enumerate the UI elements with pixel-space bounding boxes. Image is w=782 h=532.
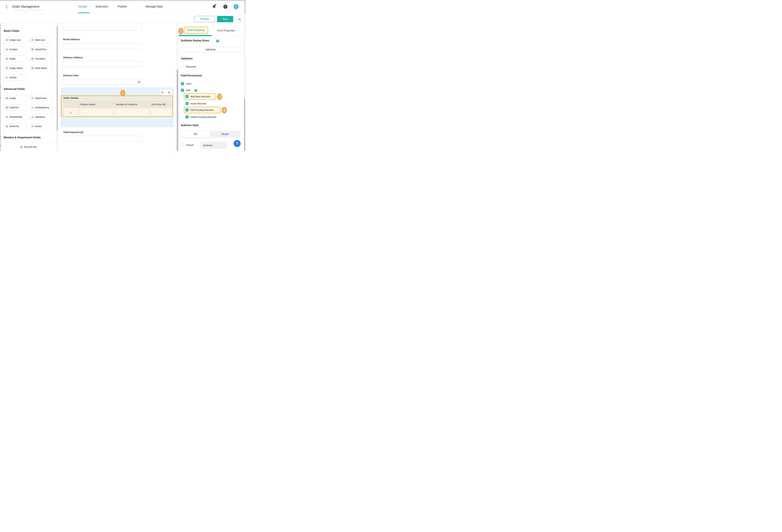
field-label-email-address: Email Address xyxy=(63,38,80,41)
help-button[interactable]: ? xyxy=(223,5,227,9)
svg-text:123: 123 xyxy=(6,49,8,50)
field-label-total-payment: Total Payment ($) xyxy=(63,131,83,134)
field-button-signature[interactable]: Signature xyxy=(29,114,52,120)
form-field-input-partial[interactable] xyxy=(63,23,142,31)
field-button-checkbox[interactable]: Checkbox xyxy=(29,55,52,62)
single-line-icon xyxy=(6,39,8,41)
tab-manage-data[interactable]: Manage Data xyxy=(146,5,163,8)
annotation-marker-4: 4 xyxy=(222,107,227,113)
floating-help-button[interactable]: ? xyxy=(234,140,241,147)
subform-unit-price-input[interactable] xyxy=(151,109,173,116)
field-button-radio[interactable]: Radio xyxy=(4,55,27,62)
add-new-records-label: Add New Records xyxy=(190,95,210,98)
trash-icon xyxy=(168,91,171,94)
edit-checkbox[interactable]: ✔ xyxy=(181,89,184,92)
share-icon xyxy=(238,18,241,21)
subform-number-of-products-input[interactable] xyxy=(115,109,148,116)
email-address-input[interactable] xyxy=(63,43,142,49)
radio-icon xyxy=(6,58,8,60)
required-checkbox[interactable] xyxy=(181,65,184,68)
field-button-divider[interactable]: Divider xyxy=(4,74,27,81)
save-button[interactable]: Save xyxy=(217,16,233,22)
delivery-address-input[interactable] xyxy=(63,61,142,67)
delivery-date-input[interactable] xyxy=(63,79,142,85)
field-button-single-line[interactable]: Single Line xyxy=(4,37,27,43)
field-button-related-query[interactable]: RelatedQuery xyxy=(29,104,52,111)
number-icon: 123 xyxy=(6,48,8,51)
field-button-datetime[interactable]: Date&Time xyxy=(29,46,52,53)
field-button-subform[interactable]: SubForm xyxy=(4,104,27,111)
preview-button[interactable]: Preview xyxy=(194,16,215,22)
multi-select-icon xyxy=(31,67,34,69)
field-button-attachment[interactable]: Attachment xyxy=(29,95,52,102)
subform-label: Order Details xyxy=(63,97,78,100)
edge-mark xyxy=(0,86,1,87)
freeze-checkbox[interactable] xyxy=(181,144,184,146)
subform-row-index: 1 xyxy=(64,108,78,117)
avatar[interactable]: J xyxy=(234,4,239,9)
copy-icon xyxy=(161,91,164,94)
tab-form-properties[interactable]: Form Properties xyxy=(217,29,235,32)
edit-label: Edit xyxy=(186,89,190,92)
view-checkbox[interactable]: ✔ xyxy=(181,82,184,85)
subform-style-segmented-control: PC Mobile xyxy=(181,131,240,138)
field-button-multi-line[interactable]: Multi Line xyxy=(29,37,52,43)
single-select-icon xyxy=(6,67,8,69)
tab-publish[interactable]: Publish xyxy=(118,5,127,8)
columns-select[interactable]: 1Column xyxy=(201,142,227,149)
title-underline xyxy=(12,10,44,10)
share-button[interactable] xyxy=(236,16,242,22)
tab-extension[interactable]: Extension xyxy=(96,5,108,8)
back-chevron-icon xyxy=(6,5,7,8)
notification-dot xyxy=(215,4,216,6)
form-canvas[interactable]: Email Address Delivery Address Delivery … xyxy=(58,23,176,151)
field-button-image[interactable]: Image xyxy=(4,95,27,102)
edit-existing-records-checkbox[interactable]: ✔ xyxy=(185,109,188,111)
notifications-button[interactable] xyxy=(212,4,216,9)
recycle-icon xyxy=(20,146,23,148)
delete-existing-records-checkbox[interactable]: ✔ xyxy=(185,115,188,118)
edit-help-icon[interactable]: ? xyxy=(194,89,197,92)
add-rule-button[interactable]: Add Rule xyxy=(181,46,240,52)
svg-text:BTN: BTN xyxy=(32,126,33,127)
field-button-number[interactable]: 123 Number xyxy=(4,46,27,53)
tab-design[interactable]: Design xyxy=(78,5,87,8)
field-button-button[interactable]: BTN Button xyxy=(29,123,52,129)
panel-divider xyxy=(178,36,245,36)
edge-mark xyxy=(0,53,1,54)
window-top-edge xyxy=(0,0,245,0)
tab-field-properties[interactable]: Field Properties xyxy=(187,29,205,32)
segment-mobile[interactable]: Mobile xyxy=(210,131,240,138)
add-new-records-checkbox[interactable]: ✔ xyxy=(185,95,188,98)
back-button[interactable] xyxy=(5,5,9,9)
canvas-scrollbar-thumb[interactable] xyxy=(177,70,178,151)
recycle-bin-button[interactable]: Recycle Bin xyxy=(1,144,56,150)
subform-style-title: SubForm Style xyxy=(181,124,199,127)
window-scrollbar-thumb[interactable] xyxy=(244,99,245,151)
calendar-icon[interactable] xyxy=(138,81,140,83)
view-label: View xyxy=(186,82,191,85)
subfields-rules-help-icon[interactable]: ? xyxy=(216,40,219,42)
copy-field-button[interactable] xyxy=(159,89,166,96)
subform-product-name-input[interactable] xyxy=(80,109,113,116)
subform-col-product-name: Product Name xyxy=(78,101,114,108)
field-button-related-data[interactable]: RelatedData xyxy=(4,114,27,120)
active-tab-underline xyxy=(78,12,90,13)
field-button-single-select[interactable]: Single Select xyxy=(4,65,27,71)
annotation-marker-1: 1 xyxy=(120,90,125,97)
subform-order-details[interactable]: Order Details Product Name Number of Pro… xyxy=(61,96,173,117)
field-button-serial-no[interactable]: NO. Serial No. xyxy=(4,123,27,129)
field-button-multi-select[interactable]: Multi Select xyxy=(29,65,52,71)
panel-active-tab-bar xyxy=(178,35,212,36)
field-action-pill xyxy=(159,89,172,96)
page-title[interactable]: Order Management xyxy=(12,5,39,8)
sidebar-scrollbar-thumb[interactable] xyxy=(57,26,58,131)
delete-field-button[interactable] xyxy=(166,89,172,96)
segment-pc[interactable]: PC xyxy=(181,131,210,138)
tab-field-properties-highlight[interactable]: Field Properties xyxy=(184,27,208,34)
total-payment-input[interactable] xyxy=(63,136,142,142)
edge-mark xyxy=(0,98,1,98)
multi-line-icon xyxy=(31,39,34,41)
insert-records-checkbox[interactable]: ✔ xyxy=(185,102,188,105)
related-data-icon xyxy=(6,116,8,118)
